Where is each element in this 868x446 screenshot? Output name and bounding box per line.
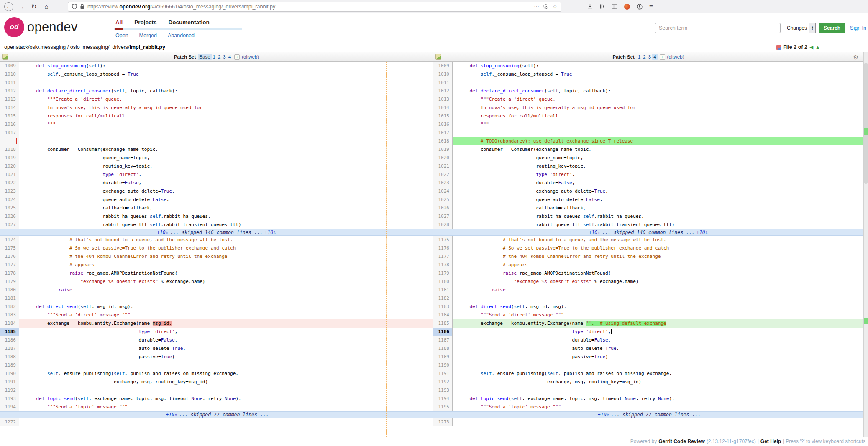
line-number[interactable]: 1015 [0,112,19,120]
code-line[interactable]: """Create a 'direct' queue. [453,95,863,104]
skipped-lines-label[interactable]: ... skipped 146 common lines ... [170,229,263,235]
line-number[interactable]: 1015 [433,112,453,120]
code-line[interactable]: self._consume_loop_stopped = True [453,70,863,79]
pane-file-icon[interactable] [435,54,441,60]
code-line[interactable]: In nova's use, this is generally a msg_i… [453,104,863,112]
code-line[interactable]: """ [19,120,433,129]
code-line[interactable]: raise rpc_amqp.AMQPDestinationNotFound( [19,269,433,278]
line-number[interactable]: 1190 [0,370,19,378]
line-number[interactable]: 1194 [0,403,19,411]
patchset-option-3[interactable]: 3 [647,54,652,60]
line-number[interactable]: 1179 [0,278,19,286]
line-number[interactable]: 1273 [433,418,453,426]
code-line[interactable]: rabbit_queue_ttl=self.rabbit_transient_q… [19,221,433,229]
code-line[interactable] [19,129,433,137]
code-line[interactable]: raise [453,286,863,294]
search-scope-select[interactable]: Changes ▲▼ [784,23,816,33]
code-line[interactable]: """Send a 'direct' message.""" [453,311,863,319]
code-line[interactable] [19,294,433,303]
line-number[interactable]: 1191 [433,370,453,378]
code-line[interactable]: # So we set passive=True to the publishe… [453,244,863,252]
line-number[interactable]: 1272 [0,418,19,426]
patchset-option-1[interactable]: 1 [212,54,217,60]
code-line[interactable]: # appears [453,261,863,269]
line-number[interactable]: 1189 [433,353,453,361]
code-line[interactable]: type='direct', [453,171,863,179]
line-number[interactable]: 1190 [433,361,453,370]
line-number[interactable]: 1179 [433,269,453,278]
line-number[interactable]: 1192 [433,378,453,386]
code-line[interactable]: def topic_send(self, exchange_name, topi… [19,395,433,403]
breadcrumb[interactable]: openstack/oslo.messaging / oslo_messagin… [4,44,165,50]
code-line[interactable]: def stop_consuming(self): [19,62,433,70]
code-line[interactable]: exchange = kombu.entity.Exchange(name=''… [453,319,863,328]
line-number[interactable]: 1022 [0,179,19,187]
code-line[interactable]: durable=False, [19,179,433,187]
code-line[interactable]: responses for call/multicall [19,112,433,120]
code-line[interactable] [453,418,863,426]
line-number[interactable]: 1178 [0,269,19,278]
get-help-link[interactable]: Get Help [760,438,781,444]
line-number[interactable]: 1180 [0,286,19,294]
code-line[interactable] [453,294,863,303]
line-number[interactable]: 1023 [433,179,453,187]
line-number[interactable]: 1011 [0,79,19,87]
line-number[interactable]: 1017 [0,129,19,137]
patchset-option-2[interactable]: 2 [642,54,647,60]
expand-down-link[interactable]: +10⇩ [264,229,276,235]
line-number[interactable]: 1177 [433,252,453,261]
sidebar-icon[interactable] [612,4,617,9]
code-line[interactable]: # the 404 kombu ChannelError and retry u… [19,252,433,261]
line-number[interactable]: 1014 [0,104,19,112]
line-number[interactable]: 1189 [0,361,19,370]
code-line[interactable]: def topic_send(self, exchange_name, topi… [453,395,863,403]
search-input[interactable] [655,23,781,33]
code-line[interactable] [453,386,863,395]
menu-icon[interactable]: ≡ [649,3,653,10]
code-line[interactable]: passive=True) [19,353,433,361]
code-line[interactable]: def stop_consuming(self): [453,62,863,70]
patchset-option-3[interactable]: 3 [222,54,227,60]
lock-icon[interactable] [80,4,84,9]
line-number[interactable]: 1185 [433,319,453,328]
line-number[interactable]: 1183 [0,311,19,319]
line-number[interactable]: 1186 [0,336,19,344]
code-line[interactable]: queue_name=topic, [19,154,433,162]
code-line[interactable]: # TODO(obondarev): use default exchange … [453,137,863,145]
code-line[interactable] [19,79,433,87]
opendev-logo[interactable]: od opendev [4,17,77,37]
code-line[interactable]: def direct_send(self, msg_id, msg): [453,303,863,311]
patchset-option-Base[interactable]: Base [198,54,211,60]
line-number[interactable]: 1175 [433,236,453,244]
line-number[interactable]: 1175 [0,244,19,252]
pane-file-icon[interactable] [2,54,8,60]
line-number[interactable]: 1184 [0,319,19,328]
line-number[interactable]: 1014 [433,104,453,112]
code-line[interactable]: raise rpc_amqp.AMQPDestinationNotFound( [453,269,863,278]
subtab-merged[interactable]: Merged [139,33,157,38]
line-number[interactable]: 1019 [0,154,19,162]
patchset-option-4[interactable]: 4 [652,54,657,60]
bookmark-star-icon[interactable]: ☆ [553,3,557,10]
tab-projects[interactable]: Projects [134,19,156,25]
code-line[interactable]: passive=True) [453,353,863,361]
code-line[interactable]: queue_name=topic, [453,154,863,162]
line-number[interactable]: 1009 [433,62,453,70]
line-number[interactable]: 1024 [433,187,453,196]
sign-in-link[interactable]: Sign In [850,25,866,31]
patchset-option-2[interactable]: 2 [217,54,222,60]
scrollbar-thumb[interactable] [864,63,868,184]
downloads-icon[interactable] [587,4,593,9]
line-number[interactable]: 1187 [0,344,19,353]
code-line[interactable]: self._ensure_publishing(self._publish_an… [19,370,433,378]
line-number[interactable]: 1176 [433,244,453,252]
url-bar[interactable]: https://review.opendev.org/#/c/596661/4/… [68,2,561,12]
gitweb-link[interactable]: (gitweb) [667,54,684,59]
code-line[interactable] [19,386,433,395]
code-line[interactable]: type='direct', [19,328,433,336]
code-line[interactable] [453,79,863,87]
line-number[interactable]: 1182 [0,303,19,311]
home-icon[interactable]: ⌂ [42,2,51,11]
line-number[interactable]: 1191 [0,378,19,386]
line-number[interactable]: 1188 [0,353,19,361]
